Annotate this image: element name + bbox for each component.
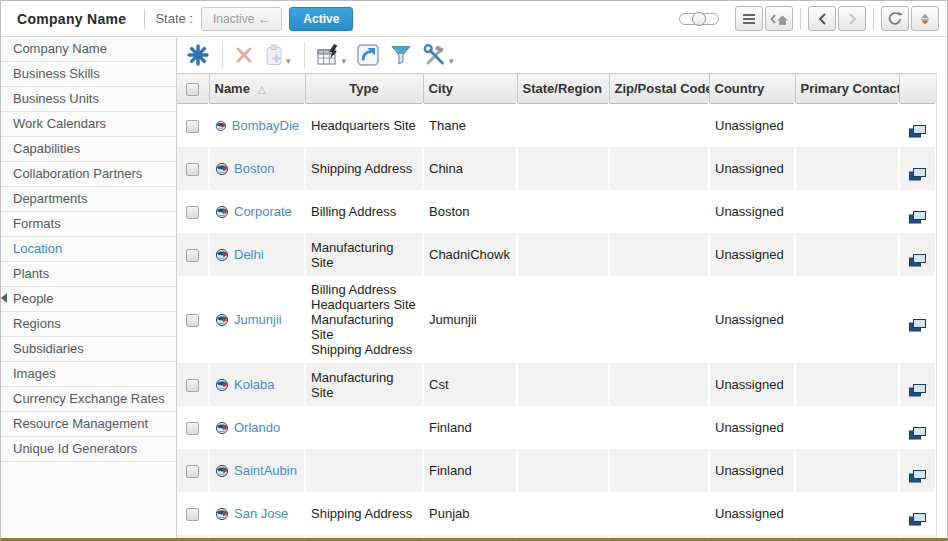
location-name-link[interactable]: Corporate [234, 204, 292, 219]
active-state-button[interactable]: Active [289, 7, 353, 31]
column-header-city[interactable]: City [423, 74, 517, 104]
open-layers-icon[interactable] [909, 168, 926, 181]
row-checkbox[interactable] [186, 206, 199, 219]
sidebar-item-work-calendars[interactable]: Work Calendars [1, 112, 176, 137]
sidebar-item-location[interactable]: Location [1, 237, 176, 262]
row-name-cell: Boston [209, 147, 305, 190]
row-checkbox[interactable] [186, 465, 199, 478]
location-name-link[interactable]: Kolaba [234, 377, 274, 392]
column-header-state-region[interactable]: State/Region [517, 74, 609, 104]
back-button[interactable] [808, 6, 836, 31]
toolbar-divider [304, 42, 305, 68]
collapse-panel-button[interactable] [911, 6, 939, 31]
row-primary-contact-cell [795, 406, 899, 449]
page-title: Company Name [9, 11, 134, 27]
sidebar: Company NameBusiness SkillsBusiness Unit… [1, 37, 177, 538]
sidebar-item-currency-exchange-rates[interactable]: Currency Exchange Rates [1, 387, 176, 412]
select-all-checkbox[interactable] [186, 83, 199, 96]
location-name-link[interactable]: BombayDie [232, 118, 299, 133]
sidebar-item-resource-management[interactable]: Resource Management [1, 412, 176, 437]
refresh-button[interactable] [881, 6, 909, 31]
grid-content: Name△ Type City State/Region Zip/Postal … [177, 73, 947, 538]
sidebar-item-formats[interactable]: Formats [1, 212, 176, 237]
row-checkbox[interactable] [186, 120, 199, 133]
forward-button[interactable] [838, 6, 866, 31]
location-globe-icon [215, 162, 229, 176]
sidebar-item-business-skills[interactable]: Business Skills [1, 62, 176, 87]
row-checkbox-cell [177, 535, 209, 541]
open-layers-icon[interactable] [909, 254, 926, 267]
table-row: San Jose Shipping Address Punjab Unassig… [177, 492, 936, 535]
location-name-link[interactable]: SaintAubin [234, 463, 297, 478]
row-checkbox[interactable] [186, 422, 199, 435]
new-record-button[interactable] [187, 44, 209, 66]
grid-toolbar: ▾ ▾ ▾ [177, 37, 947, 73]
row-city-cell: Tokyo [423, 535, 517, 541]
sidebar-item-business-units[interactable]: Business Units [1, 87, 176, 112]
sidebar-item-images[interactable]: Images [1, 362, 176, 387]
inactive-state-button[interactable]: Inactive← [201, 7, 282, 31]
location-name-link[interactable]: Boston [234, 161, 274, 176]
delete-button[interactable] [235, 46, 253, 64]
sidebar-item-subsidiaries[interactable]: Subsidiaries [1, 337, 176, 362]
open-layers-icon[interactable] [909, 513, 926, 526]
row-checkbox[interactable] [186, 508, 199, 521]
sidebar-item-regions[interactable]: Regions [1, 312, 176, 337]
open-layers-icon[interactable] [909, 211, 926, 224]
row-country-cell: Unassigned [709, 406, 795, 449]
sidebar-collapse-handle[interactable] [1, 293, 7, 303]
location-name-link[interactable]: Jumunjii [234, 312, 282, 327]
row-city-cell: Boston [423, 190, 517, 233]
row-name-cell: San Jose [209, 492, 305, 535]
location-name-link[interactable]: San Jose [234, 506, 288, 521]
filter-button[interactable] [390, 45, 412, 65]
row-name-cell: SaintAubin [209, 449, 305, 492]
row-zip-cell [609, 363, 709, 406]
row-checkbox[interactable] [186, 163, 199, 176]
location-name-link[interactable]: Delhi [234, 247, 264, 262]
column-header-name[interactable]: Name△ [209, 74, 305, 104]
scrollbar-track[interactable] [936, 73, 947, 538]
filter-funnel-icon [390, 45, 412, 65]
column-header-type[interactable]: Type [305, 74, 423, 104]
table-row: Tokyo Billing Address Manufacturing Site… [177, 535, 936, 541]
sidebar-item-collaboration-partners[interactable]: Collaboration Partners [1, 162, 176, 187]
toggle-switch[interactable] [679, 13, 719, 25]
row-checkbox-cell [177, 147, 209, 190]
location-name-link[interactable]: Orlando [234, 420, 280, 435]
top-header-bar: Company Name State : Inactive← Active [1, 1, 947, 37]
paste-add-button[interactable]: ▾ [264, 44, 291, 66]
row-checkbox-cell [177, 276, 209, 363]
sidebar-item-capabilities[interactable]: Capabilities [1, 137, 176, 162]
row-zip-cell [609, 233, 709, 276]
row-checkbox[interactable] [186, 249, 199, 262]
mass-update-button[interactable]: ▾ [317, 44, 347, 66]
open-layers-icon[interactable] [909, 384, 926, 397]
row-state-region-cell [517, 492, 609, 535]
row-checkbox[interactable] [186, 314, 199, 327]
menu-button[interactable] [735, 6, 763, 31]
open-layers-icon[interactable] [909, 125, 926, 138]
go-to-button[interactable] [357, 44, 379, 66]
tools-button[interactable]: ▾ [423, 44, 454, 66]
row-city-cell: Jumunjii [423, 276, 517, 363]
home-back-button[interactable] [765, 6, 793, 31]
open-layers-icon[interactable] [909, 319, 926, 332]
column-header-primary-contact[interactable]: Primary Contact [795, 74, 899, 104]
column-header-zip[interactable]: Zip/Postal Code [609, 74, 709, 104]
sidebar-item-departments[interactable]: Departments [1, 187, 176, 212]
dropdown-caret-icon: ▾ [449, 56, 454, 66]
toolbar-divider [222, 42, 223, 68]
sidebar-item-people[interactable]: People [1, 287, 176, 312]
tools-wrench-hammer-icon [423, 44, 447, 66]
row-primary-contact-cell [795, 147, 899, 190]
row-checkbox[interactable] [186, 379, 199, 392]
sidebar-item-unique-id-generators[interactable]: Unique Id Generators [1, 437, 176, 462]
open-layers-icon[interactable] [909, 470, 926, 483]
column-header-country[interactable]: Country [709, 74, 795, 104]
open-layers-icon[interactable] [909, 427, 926, 440]
sidebar-item-plants[interactable]: Plants [1, 262, 176, 287]
row-country-cell: Unassigned [709, 233, 795, 276]
sidebar-item-company-name[interactable]: Company Name [1, 37, 176, 62]
row-type-cell: Manufacturing Site [305, 233, 423, 276]
